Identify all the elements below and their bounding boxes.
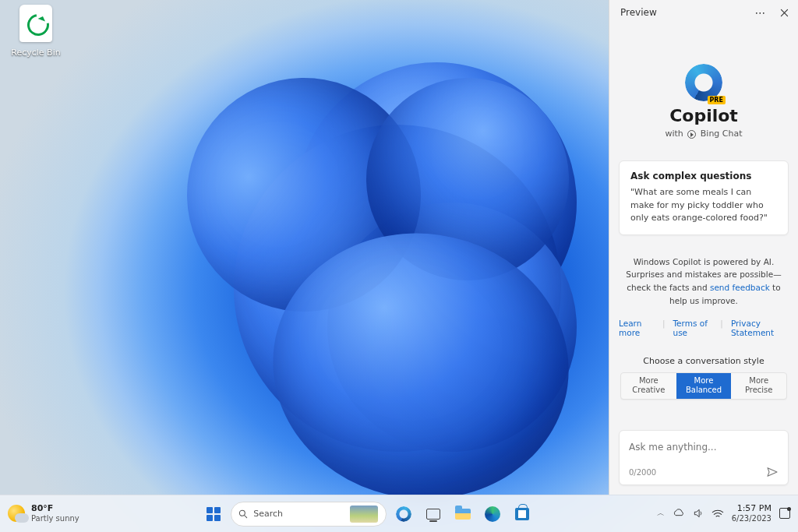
- network-tray-icon[interactable]: [711, 508, 724, 519]
- conversation-style-segmented: MoreCreative MoreBalanced MorePrecise: [620, 372, 787, 400]
- edge-icon: [485, 506, 500, 522]
- copilot-taskbar-button[interactable]: [391, 502, 416, 527]
- windows-logo-icon: [207, 507, 221, 521]
- char-counter: 0/2000: [629, 468, 656, 477]
- clock-date: 6/23/2023: [732, 514, 772, 523]
- disclosure-text: Windows Copilot is powered by AI. Surpri…: [619, 255, 789, 308]
- copilot-title: Copilot: [619, 106, 789, 125]
- onedrive-tray-icon[interactable]: [673, 509, 685, 518]
- conversation-style-label: Choose a conversation style: [619, 356, 789, 366]
- weather-icon: [8, 505, 25, 522]
- chat-input[interactable]: [629, 442, 779, 453]
- close-button[interactable]: [778, 6, 790, 19]
- edge-button[interactable]: [480, 502, 505, 527]
- sidebar-header: Preview ⋯: [609, 0, 798, 23]
- send-button[interactable]: [766, 466, 779, 478]
- copilot-icon: [396, 506, 411, 522]
- weather-widget[interactable]: 80°F Partly sunny: [8, 504, 79, 523]
- learn-more-link[interactable]: Learn more: [619, 319, 655, 337]
- folder-icon: [455, 509, 471, 520]
- weather-desc: Partly sunny: [31, 514, 79, 523]
- more-options-button[interactable]: ⋯: [754, 6, 767, 19]
- example-card-title: Ask complex questions: [630, 171, 777, 181]
- file-explorer-button[interactable]: [450, 502, 475, 527]
- tray-overflow-button[interactable]: ︿: [657, 508, 665, 519]
- svg-point-0: [240, 510, 245, 516]
- copilot-sidebar: Preview ⋯ PRE Copilot with Bing Chat Ask…: [609, 0, 798, 495]
- chat-input-card: 0/2000: [619, 430, 789, 485]
- sidebar-header-label: Preview: [620, 7, 657, 18]
- privacy-link[interactable]: Privacy Statement: [731, 319, 789, 337]
- recycle-bin-icon: [19, 5, 52, 42]
- taskbar-clock[interactable]: 1:57 PM 6/23/2023: [732, 504, 772, 523]
- wallpaper-bloom: [94, 31, 639, 506]
- recycle-bin[interactable]: Recycle Bin: [6, 5, 65, 58]
- weather-temp: 80°F: [31, 504, 79, 514]
- notifications-button[interactable]: [779, 508, 790, 519]
- search-icon: [238, 509, 249, 520]
- clock-time: 1:57 PM: [732, 504, 772, 514]
- store-icon: [515, 508, 529, 520]
- taskbar-center: Search: [201, 502, 535, 527]
- recycle-bin-label: Recycle Bin: [11, 48, 60, 58]
- volume-tray-icon[interactable]: [693, 508, 704, 519]
- style-precise-button[interactable]: MorePrecise: [731, 373, 786, 399]
- style-balanced-button[interactable]: MoreBalanced: [676, 373, 732, 399]
- taskbar-search[interactable]: Search: [231, 502, 387, 527]
- copilot-subtitle: with Bing Chat: [619, 129, 789, 139]
- pre-badge: PRE: [708, 96, 726, 104]
- terms-link[interactable]: Terms of use: [673, 319, 712, 337]
- send-feedback-link[interactable]: send feedback: [710, 283, 770, 292]
- system-tray: ︿ 1:57 PM 6/23/2023: [657, 504, 790, 523]
- microsoft-store-button[interactable]: [510, 502, 535, 527]
- task-view-icon: [426, 509, 440, 520]
- task-view-button[interactable]: [421, 502, 446, 527]
- start-button[interactable]: [201, 502, 226, 527]
- taskbar: 80°F Partly sunny Search ︿ 1:57 PM 6/23/…: [0, 495, 798, 532]
- style-creative-button[interactable]: MoreCreative: [621, 373, 676, 399]
- example-card[interactable]: Ask complex questions "What are some mea…: [619, 160, 789, 235]
- bing-icon: [687, 130, 696, 139]
- copilot-brand: PRE Copilot with Bing Chat: [619, 64, 789, 139]
- example-card-body: "What are some meals I can make for my p…: [630, 186, 777, 225]
- search-highlight-art: [350, 506, 378, 523]
- copilot-logo-icon: PRE: [685, 64, 722, 101]
- search-placeholder: Search: [253, 509, 283, 519]
- footer-links: Learn more | Terms of use | Privacy Stat…: [619, 319, 789, 337]
